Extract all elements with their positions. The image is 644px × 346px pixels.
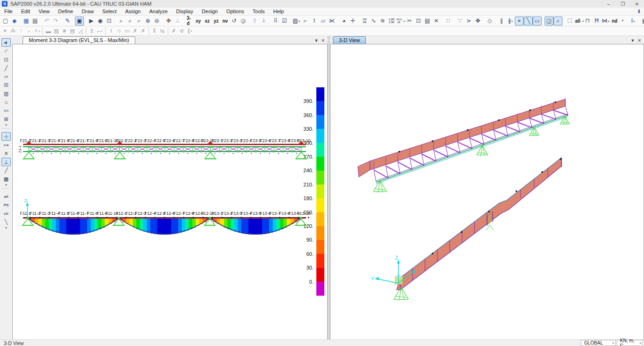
- quick-draw-braces-button[interactable]: ☒: [1, 81, 11, 89]
- rotate-view-left-button[interactable]: ↺: [230, 17, 239, 25]
- move-up-in-list-button[interactable]: ⇧: [250, 17, 259, 25]
- save-named-display-dropdown-icon[interactable]: ▾: [298, 19, 300, 23]
- select-poly-button[interactable]: ▭: [533, 17, 542, 25]
- tab-moment-diagram[interactable]: Moment 3-3 Diagram (EVL_SLS - Max/Min): [23, 36, 135, 44]
- extrude-button[interactable]: ◇: [485, 17, 494, 25]
- steel-design-check-button[interactable]: Ⅰ: [107, 27, 115, 35]
- save-named-display-button[interactable]: ▨▾: [292, 17, 301, 25]
- joint-info-button[interactable]: ◕: [339, 17, 348, 25]
- pan-button[interactable]: ✥: [164, 17, 173, 25]
- select-more-dropdown-icon[interactable]: ▾: [5, 226, 7, 230]
- draw-more-dropdown-icon[interactable]: ▾: [5, 123, 7, 127]
- zoom-in-one-step-button[interactable]: ⊕: [143, 17, 152, 25]
- zoom-select-region-button[interactable]: ◲: [545, 17, 553, 25]
- draw-spring-link-button[interactable]: ⁂: [9, 27, 17, 35]
- right-panel-close-icon[interactable]: ✕: [637, 38, 641, 43]
- move-objects-button[interactable]: ✥: [473, 17, 482, 25]
- snap-more-dropdown-icon[interactable]: ▾: [5, 183, 7, 187]
- reshape-object-button[interactable]: ✐: [1, 47, 11, 55]
- select-all-button[interactable]: all▾: [574, 17, 583, 25]
- draw-floor-area-button[interactable]: ▤: [68, 27, 76, 35]
- display-function-trace-button[interactable]: ∿: [369, 17, 378, 25]
- menu-define[interactable]: Define: [54, 8, 77, 15]
- design-verify-2-button[interactable]: ✗: [139, 27, 147, 35]
- menu-analyze[interactable]: Analyze: [145, 8, 172, 15]
- quick-draw-secondary-beams-button[interactable]: ▥: [1, 89, 11, 98]
- zoom-out-one-step-button[interactable]: ⊖: [152, 17, 161, 25]
- perspective-toggle-button[interactable]: ◶: [239, 17, 248, 25]
- cut-button[interactable]: ✂: [405, 17, 414, 25]
- show-frame-forces-button[interactable]: ⋉: [328, 17, 337, 25]
- frame-props-truss-dropdown-icon[interactable]: ▾: [608, 19, 609, 23]
- three-d-view-canvas[interactable]: ZY: [330, 44, 644, 339]
- menu-design[interactable]: Design: [198, 8, 222, 15]
- show-undeformed-shape-button[interactable]: ⌐: [301, 17, 310, 25]
- draw-wall-stack-button[interactable]: ⋇: [60, 27, 68, 35]
- snap-to-intersections-button[interactable]: ✕: [1, 149, 11, 158]
- menu-display[interactable]: Display: [172, 8, 198, 15]
- left-panel-close-icon[interactable]: ✕: [321, 38, 325, 43]
- more-frame-props-dropdown-icon[interactable]: ▾: [622, 17, 626, 25]
- view-xz-button[interactable]: xz: [203, 17, 212, 25]
- refresh-window-button[interactable]: ✎: [63, 17, 72, 25]
- undo-button[interactable]: ↶: [42, 17, 51, 25]
- snap-to-fine-grid-button[interactable]: ▦: [1, 175, 11, 183]
- draw-more-tools-dropdown-icon[interactable]: ▾: [39, 29, 40, 33]
- steel-section-dropdown-icon[interactable]: ▾: [633, 19, 635, 23]
- new-model-button[interactable]: ▢: [1, 17, 10, 25]
- menu-draw[interactable]: Draw: [77, 8, 98, 15]
- draw-special-joint-button[interactable]: ✦: [1, 27, 9, 35]
- design-verify-1-button[interactable]: ✗: [131, 27, 139, 35]
- clear-selection-shortcut-button[interactable]: clr: [1, 209, 11, 218]
- menu-tools[interactable]: Tools: [248, 8, 269, 15]
- draw-rect-area-button[interactable]: ▭: [1, 106, 11, 115]
- draw-frame-button[interactable]: ╱: [1, 64, 11, 72]
- close-button[interactable]: ✕: [630, 0, 644, 8]
- nd-label-button[interactable]: nd: [610, 17, 619, 25]
- view-3d-button[interactable]: 3-d: [185, 17, 194, 25]
- quick-draw-frame-button[interactable]: ▱: [1, 72, 11, 81]
- draw-panel-zone-button[interactable]: ▫: [25, 27, 33, 35]
- design-interaction-ratio-button[interactable]: ⊼: [150, 27, 158, 35]
- restore-full-view-button[interactable]: ⌕: [125, 17, 134, 25]
- save-model-button[interactable]: ▦: [22, 17, 31, 25]
- show-axes-button[interactable]: ✛: [348, 17, 357, 25]
- restore-button[interactable]: ❐: [616, 0, 630, 8]
- lamination-check-button[interactable]: ✗: [170, 27, 178, 35]
- deselect-line-button[interactable]: ╲: [1, 218, 11, 226]
- merge-joints-button[interactable]: ∵: [455, 17, 464, 25]
- rubber-band-zoom-button[interactable]: ⌕: [116, 17, 125, 25]
- redo-button[interactable]: ↷: [51, 17, 60, 25]
- previous-zoom-button[interactable]: ⌕: [134, 17, 143, 25]
- menu-view[interactable]: View: [34, 8, 54, 15]
- object-shrink-toggle-button[interactable]: ⠿: [271, 17, 280, 25]
- view-nv-button[interactable]: nv: [221, 17, 230, 25]
- snap-to-midpoints-button[interactable]: ⊶: [1, 141, 11, 149]
- draw-ramp-button[interactable]: ◿: [76, 27, 84, 35]
- show-area-stress-button[interactable]: ▱: [319, 17, 328, 25]
- menu-help[interactable]: Help: [269, 8, 289, 15]
- delete-button[interactable]: ✕: [432, 17, 441, 25]
- display-response-button[interactable]: ≋: [378, 17, 387, 25]
- view-xy-button[interactable]: xy: [194, 17, 203, 25]
- load-combo-dl-e-button[interactable]: D+L+E▾: [396, 17, 405, 25]
- align-points-button[interactable]: ⋗: [464, 17, 473, 25]
- run-analysis-button[interactable]: ▶: [87, 17, 96, 25]
- select-all-shortcut-button[interactable]: all: [1, 192, 11, 201]
- draw-beam-button[interactable]: ▬: [44, 27, 52, 35]
- units-select[interactable]: KN, m, C ∨: [617, 340, 643, 346]
- model-alive-button[interactable]: ⊡: [105, 17, 114, 25]
- steel-section-button[interactable]: Ⅰ▾: [628, 17, 637, 25]
- moment-diagram-canvas[interactable]: 390.360.330.300.270.240.210.180.150.120.…: [12, 44, 328, 339]
- concrete-design-check-button[interactable]: ⊹: [115, 27, 123, 35]
- draw-more-tools-button[interactable]: ✧▾: [33, 27, 41, 35]
- set-display-options-button[interactable]: ☑: [280, 17, 289, 25]
- solid-model-button[interactable]: ▣: [640, 17, 644, 25]
- coordinate-system-select[interactable]: GLOBAL ∨: [581, 340, 616, 346]
- minimize-button[interactable]: –: [602, 0, 616, 8]
- check-update-icon[interactable]: ⬇: [637, 8, 641, 15]
- tab-3d-view[interactable]: 3-D View: [333, 36, 366, 44]
- get-previous-selection-button[interactable]: PS: [1, 201, 11, 209]
- draw-tendon-dropdown-icon[interactable]: ▾: [101, 29, 102, 33]
- design-more-tools-button[interactable]: ∥▾: [186, 27, 194, 35]
